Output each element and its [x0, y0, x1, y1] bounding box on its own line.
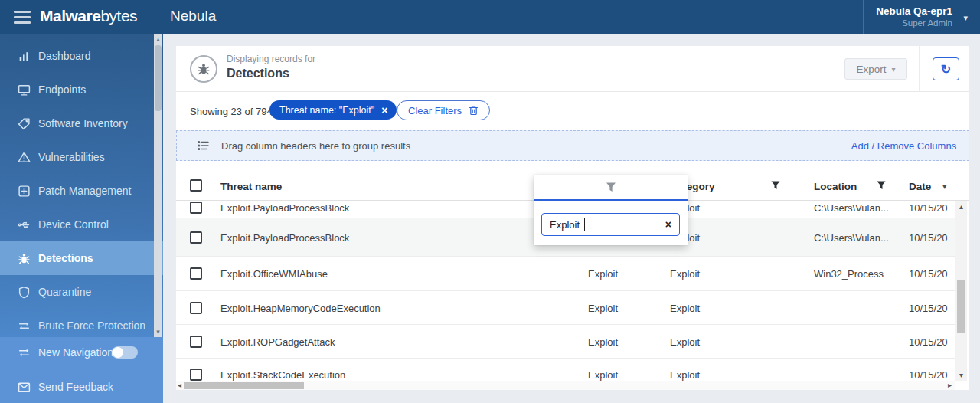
sidebar-item-dashboard[interactable]: Dashboard	[0, 39, 163, 73]
group-list-icon	[198, 140, 209, 154]
group-drop-zone[interactable]: Drag column headers here to group result…	[176, 131, 838, 160]
table-row[interactable]: Exploit.ROPGadgetAttack Exploit Exploit …	[176, 325, 956, 359]
row-checkbox[interactable]	[190, 302, 202, 314]
add-remove-columns-cell: Add / Remove Columns	[838, 131, 969, 160]
threat-name-link[interactable]: Exploit.OfficeWMIAbuse	[220, 268, 328, 280]
sidebar-scrollbar-thumb[interactable]	[155, 45, 162, 111]
sidebar-item-brute-force-protection[interactable]: Brute Force Protection	[0, 309, 163, 337]
scroll-down-icon[interactable]: ▾	[154, 328, 162, 336]
add-remove-columns-link[interactable]: Add / Remove Columns	[851, 140, 956, 152]
scrollbar-corner	[956, 381, 969, 390]
table-vertical-scrollbar[interactable]: ▴ ▾	[956, 201, 967, 381]
chip-close-icon[interactable]: ×	[381, 105, 387, 116]
sidebar-item-device-control[interactable]: Device Control	[0, 208, 163, 241]
threat-name-link[interactable]: Exploit.PayloadProcessBlock	[220, 231, 349, 243]
threat-name-link[interactable]: Exploit.PayloadProcessBlock	[220, 202, 349, 214]
sidebar-item-new-navigation[interactable]: New Navigation	[0, 337, 163, 369]
toggle-knob	[113, 347, 123, 358]
sidebar-item-label: Device Control	[38, 218, 109, 231]
table-row[interactable]: Exploit.OfficeWMIAbuse Exploit Exploit W…	[176, 257, 956, 291]
page-title: Detections	[227, 67, 289, 80]
filter-editor-cell[interactable]	[534, 175, 688, 201]
user-menu[interactable]: Nebula Qa-epr1 Super Admin	[876, 5, 952, 28]
group-bar: Drag column headers here to group result…	[176, 130, 969, 161]
threat-name-link[interactable]: Exploit.HeapMemoryCodeExecution	[220, 302, 381, 313]
detections-bug-icon	[190, 55, 217, 83]
sidebar-item-label: New Navigation	[38, 346, 113, 359]
row-checkbox[interactable]	[190, 336, 202, 348]
vertical-scrollbar-thumb[interactable]	[957, 280, 965, 333]
user-name: Nebula Qa-epr1	[876, 5, 952, 18]
table-row[interactable]: Exploit.StackCodeExecution Exploit Explo…	[176, 359, 956, 381]
sidebar-item-software-inventory[interactable]: Software Inventory	[0, 106, 163, 140]
row-checkbox[interactable]	[190, 267, 202, 280]
scroll-down-icon[interactable]: ▾	[956, 371, 967, 379]
date-sort-caret-icon: ▾	[942, 182, 947, 192]
date-cell: 10/15/20	[909, 231, 948, 243]
scroll-up-icon[interactable]: ▴	[956, 202, 967, 211]
sidebar-item-label: Endpoints	[38, 84, 86, 96]
hamburger-menu-icon[interactable]	[14, 11, 31, 24]
dashboard-icon	[17, 49, 31, 63]
export-caret-icon: ▾	[892, 65, 896, 74]
threat-name-link[interactable]: Exploit.ROPGadgetAttack	[220, 336, 335, 347]
malwarebytes-logo: Malwarebytes	[40, 7, 137, 25]
horizontal-scrollbar-thumb[interactable]	[184, 382, 304, 389]
clear-filters-button[interactable]: Clear Filters	[397, 100, 490, 120]
scroll-up-icon[interactable]: ▴	[154, 35, 162, 44]
select-all-checkbox[interactable]	[190, 179, 202, 192]
scroll-left-icon[interactable]: ◂	[178, 381, 181, 390]
sidebar-item-label: Patch Management	[38, 185, 131, 197]
funnel-icon	[606, 182, 616, 192]
user-menu-caret-icon[interactable]: ▾	[963, 13, 968, 23]
page-subtitle: Displaying records for	[227, 54, 315, 64]
scroll-right-icon[interactable]: ▸	[948, 381, 952, 390]
column-header-location[interactable]: Location	[814, 181, 857, 192]
export-label: Export	[856, 64, 886, 75]
sidebar-item-detections[interactable]: Detections	[0, 241, 163, 275]
showing-count-text: Showing 23 of 794.	[190, 106, 275, 117]
sidebar: Dashboard Endpoints Software Inventory V…	[0, 34, 163, 403]
swap-arrows-icon	[17, 346, 31, 359]
category-filter-icon[interactable]	[771, 179, 780, 193]
sidebar-item-label: Quarantine	[38, 286, 91, 298]
brand-light: bytes	[100, 7, 137, 25]
refresh-button[interactable]: ↻	[933, 57, 959, 80]
endpoints-icon	[17, 83, 31, 97]
sidebar-item-vulnerabilities[interactable]: Vulnerabilities	[0, 140, 163, 174]
filter-clear-icon[interactable]: ×	[665, 218, 671, 231]
sidebar-item-send-feedback[interactable]: Send Feedback	[0, 370, 163, 403]
user-divider	[863, 0, 864, 34]
filter-input[interactable]	[541, 213, 680, 236]
sidebar-item-endpoints[interactable]: Endpoints	[0, 73, 163, 106]
filter-chip[interactable]: Threat name: "Exploit" ×	[270, 100, 397, 120]
threat-name-link[interactable]: Exploit.StackCodeExecution	[220, 369, 345, 381]
sidebar-item-patch-management[interactable]: Patch Management	[0, 174, 163, 208]
card-header: Displaying records for Detections Export…	[176, 46, 969, 92]
row-checkbox[interactable]	[190, 369, 202, 381]
new-navigation-toggle[interactable]	[112, 346, 138, 359]
top-bar: Malwarebytes Nebula Nebula Qa-epr1 Super…	[0, 0, 980, 34]
sidebar-scrollbar[interactable]: ▴ ▾	[154, 34, 162, 337]
column-header-date[interactable]: Date	[909, 181, 931, 192]
sidebar-item-quarantine[interactable]: Quarantine	[0, 275, 163, 309]
clear-filters-label: Clear Filters	[408, 105, 462, 116]
row-checkbox[interactable]	[190, 202, 202, 214]
sidebar-item-label: Software Inventory	[38, 117, 128, 129]
table-horizontal-scrollbar[interactable]: ◂ ▸	[176, 381, 969, 390]
warning-icon	[17, 150, 31, 164]
filters-row: Showing 23 of 794. Threat name: "Exploit…	[176, 92, 969, 130]
sidebar-item-label: Vulnerabilities	[38, 151, 105, 163]
type-cell: Exploit	[588, 302, 618, 313]
date-cell: 10/15/20	[909, 302, 948, 313]
refresh-icon: ↻	[941, 62, 951, 77]
location-filter-icon[interactable]	[877, 179, 886, 193]
column-header-threat-name[interactable]: Threat name	[220, 181, 282, 192]
export-button[interactable]: Export ▾	[844, 58, 907, 80]
table-row[interactable]: Exploit.HeapMemoryCodeExecution Exploit …	[176, 291, 956, 325]
type-cell: Exploit	[588, 268, 618, 280]
text-cursor	[584, 218, 585, 231]
category-cell: Exploit	[670, 302, 700, 313]
user-role: Super Admin	[876, 18, 952, 28]
row-checkbox[interactable]	[190, 231, 202, 244]
